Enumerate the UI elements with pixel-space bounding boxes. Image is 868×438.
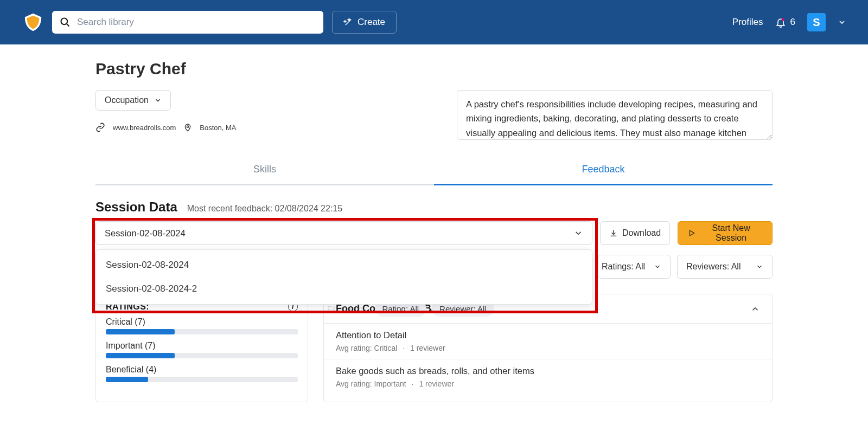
create-label: Create [358, 17, 385, 28]
play-icon [688, 229, 695, 237]
website-text[interactable]: www.breadrolls.com [113, 124, 176, 132]
rating-bar [106, 353, 298, 358]
top-navbar: Create Profiles 6 S [0, 0, 868, 44]
svg-line-1 [67, 24, 69, 27]
session-select[interactable]: Session-02-08-2024 [95, 221, 592, 245]
skill-meta: Avg rating: Important 1 reviewer [336, 379, 760, 388]
filtering-by-label: Filtering by: [327, 304, 369, 313]
separator-dot [399, 344, 408, 352]
profiles-link[interactable]: Profiles [732, 17, 763, 28]
profile-meta-row: Occupation www.breadrolls.com Bosto [95, 90, 773, 140]
skill-reviewers: 1 reviewer [410, 344, 445, 352]
app-logo [23, 12, 43, 33]
search-icon [60, 17, 71, 28]
main-content: Pastry Chef Occupation www.breadrolls.co… [0, 44, 868, 402]
ratings-panel: RATINGS: i Critical (7) Important (7) Be… [95, 294, 308, 402]
tabs-bar: Skills Feedback [95, 155, 773, 185]
rating-label: Critical (7) [106, 317, 298, 327]
rating-bar [106, 377, 298, 382]
location-text: Boston, MA [200, 124, 236, 132]
download-icon [609, 229, 618, 237]
ratings-filter-label: Ratings: All [602, 262, 645, 272]
separator-dot [409, 379, 417, 388]
download-button[interactable]: Download [600, 221, 670, 245]
search-box[interactable] [52, 11, 323, 34]
occupation-dropdown[interactable]: Occupation [95, 90, 171, 111]
notifications-button[interactable]: 6 [775, 17, 795, 28]
skill-name: Bake goods such as breads, rolls, and ot… [336, 366, 760, 376]
search-input[interactable] [77, 17, 316, 28]
bell-icon [775, 17, 786, 28]
occupation-label: Occupation [105, 95, 149, 105]
svg-point-0 [61, 18, 68, 25]
session-option[interactable]: Session-02-08-2024 [96, 253, 592, 277]
skill-item[interactable]: Attention to Detail Avg rating: Critical… [324, 324, 772, 359]
profile-links-row: www.breadrolls.com Boston, MA [95, 123, 237, 132]
notification-count: 6 [790, 17, 795, 28]
start-new-session-button[interactable]: Start New Session [678, 221, 773, 245]
reviewers-filter-select[interactable]: Reviewers: All [677, 255, 773, 279]
account-menu-toggle[interactable] [838, 18, 846, 27]
avatar-initial: S [813, 16, 820, 29]
skill-avg: Avg rating: Critical [336, 344, 397, 352]
svg-point-3 [187, 126, 189, 127]
session-data-header: Session Data Most recent feedback: 02/08… [95, 199, 773, 215]
session-dropdown-menu: Session-02-08-2024 Session-02-08-2024-2 [95, 249, 592, 305]
reviewers-filter-label: Reviewers: All [686, 262, 741, 272]
chevron-down-icon [154, 96, 162, 104]
tab-feedback[interactable]: Feedback [434, 155, 773, 185]
chevron-down-icon [756, 263, 763, 270]
description-text: A pastry chef's responsibilities include… [466, 99, 757, 138]
session-select-value: Session-02-08-2024 [105, 228, 186, 239]
link-icon [95, 123, 105, 132]
skill-reviewers: 1 reviewer [419, 379, 454, 388]
description-textarea[interactable]: A pastry chef's responsibilities include… [457, 90, 773, 140]
svg-marker-4 [690, 230, 694, 235]
session-controls-row: Session-02-08-2024 Session-02-08-2024 Se… [95, 221, 773, 245]
chevron-down-icon [654, 263, 661, 270]
rating-row: Beneficial (4) [106, 365, 298, 382]
chevron-down-icon [573, 228, 583, 238]
skill-name: Attention to Detail [336, 330, 760, 340]
rating-bar [106, 329, 298, 334]
download-label: Download [622, 228, 661, 238]
svg-point-2 [781, 18, 784, 21]
rating-label: Beneficial (4) [106, 365, 298, 375]
skill-item[interactable]: Bake goods such as breads, rolls, and ot… [324, 359, 772, 395]
profile-left-meta: Occupation www.breadrolls.com Bosto [95, 90, 237, 132]
nav-right: Profiles 6 S [732, 13, 846, 31]
create-button[interactable]: Create [332, 11, 397, 34]
rating-label: Important (7) [106, 341, 298, 351]
location-icon [183, 123, 192, 132]
wand-icon [343, 17, 353, 27]
page-title: Pastry Chef [95, 60, 773, 78]
chevron-up-icon [750, 304, 760, 314]
rating-row: Important (7) [106, 341, 298, 358]
most-recent-feedback: Most recent feedback: 02/08/2024 22:15 [187, 204, 342, 214]
avatar[interactable]: S [807, 13, 826, 31]
skill-meta: Avg rating: Critical 1 reviewer [336, 344, 760, 352]
ratings-filter-select[interactable]: Ratings: All [598, 255, 671, 279]
start-session-label: Start New Session [700, 223, 762, 243]
rating-row: Critical (7) [106, 317, 298, 334]
session-option[interactable]: Session-02-08-2024-2 [96, 277, 592, 301]
tab-skills[interactable]: Skills [95, 155, 434, 185]
skill-avg: Avg rating: Important [336, 379, 406, 388]
session-data-heading: Session Data [95, 199, 177, 215]
